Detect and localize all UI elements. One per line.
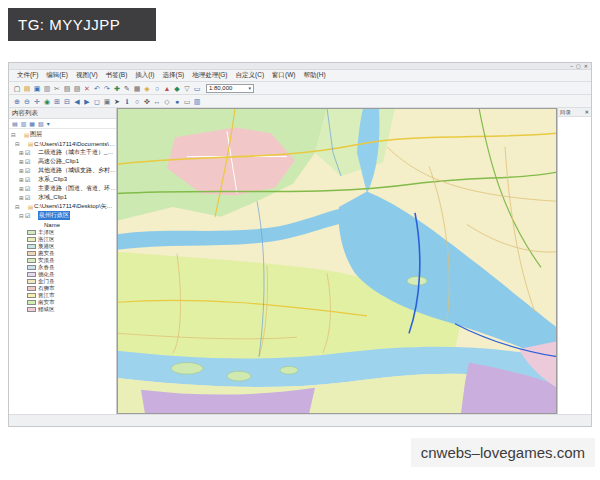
toolbar-icon[interactable]: ▭ (192, 83, 202, 94)
toolbar-icon[interactable]: ▭ (182, 96, 192, 107)
legend-label: 安溪县 (38, 257, 55, 264)
layer-tree-row[interactable]: ⊟ ▤ C:\Users\17114\Documents\ArcGIS\Defa… (9, 139, 116, 148)
toolbar-icon[interactable]: ℹ (122, 96, 132, 107)
toolbar-icon[interactable]: ↔ (152, 96, 162, 107)
legend-label: 金门县 (38, 278, 55, 285)
toolbar-icon[interactable]: ➤ (112, 96, 122, 107)
legend-item[interactable]: 惠安县 (27, 250, 116, 257)
toolbar-icon[interactable]: ○ (152, 83, 162, 94)
toolbar-icon[interactable]: ◀ (72, 96, 82, 107)
toolbar-icon[interactable]: ✂ (52, 83, 62, 94)
toolbar-icon[interactable]: ▣ (32, 83, 42, 94)
toc-toolbar-icon[interactable]: ▾ (47, 120, 50, 127)
menu-item[interactable]: 窗口(W) (268, 71, 299, 80)
legend-item[interactable]: 鲤城区 (27, 306, 116, 313)
map-view[interactable] (117, 108, 557, 414)
toolbar-icon[interactable]: ⊞ (52, 96, 62, 107)
layer-checkbox[interactable]: ☑ (25, 149, 32, 156)
menu-item[interactable]: 自定义(C) (232, 71, 269, 80)
legend-item[interactable]: 金门县 (27, 278, 116, 285)
layer-tree-row[interactable]: ⊞ ☑ 其他道路（城镇支路、乡村道路等）_Clip1 (9, 166, 116, 175)
toolbar-icon[interactable]: ◇ (162, 96, 172, 107)
standard-toolbar: ▢ ▤ ▣ ▥ ✂ ▧ ▨ ✕ ↶ ↷ (9, 82, 591, 95)
toolbar-icon[interactable]: ↶ (92, 83, 102, 94)
menu-item[interactable]: 书签(B) (102, 71, 132, 80)
toolbar-icon[interactable]: ▨ (72, 83, 82, 94)
toolbar-icon[interactable]: ⊕ (12, 96, 22, 107)
layer-checkbox[interactable]: ☑ (25, 158, 32, 165)
toolbar-icon[interactable]: ● (172, 96, 182, 107)
toolbar-icon[interactable]: ↷ (102, 83, 112, 94)
layer-checkbox[interactable]: ☑ (25, 194, 32, 201)
legend-item[interactable]: 安溪县 (27, 257, 116, 264)
table-of-contents-panel: 内容列表 ▤ ▥ ▦ ▧ ▾ (9, 108, 117, 414)
legend-item[interactable]: 晋江市 (27, 292, 116, 299)
toolbar-icon[interactable]: ○ (132, 96, 142, 107)
map-canvas[interactable] (117, 108, 557, 414)
layer-checkbox[interactable]: ☑ (25, 167, 32, 174)
layer-tree-row[interactable]: ⊞ ☑ 水域_Clip1 (9, 193, 116, 202)
toolbar-icon[interactable]: ◈ (142, 83, 152, 94)
menu-item[interactable]: 视图(V) (72, 71, 102, 80)
toolbar-icon[interactable]: ⊖ (22, 96, 32, 107)
toolbar-icon[interactable]: ◆ (172, 83, 182, 94)
toolbar-icon[interactable]: ◉ (42, 96, 52, 107)
toolbar-icon[interactable]: ✛ (32, 96, 42, 107)
layer-checkbox[interactable]: ☑ (25, 212, 32, 219)
menu-item[interactable]: 帮助(H) (300, 71, 330, 80)
toolbar-icon[interactable]: ▽ (182, 83, 192, 94)
layer-tree-row[interactable]: ⊞ ☑ 高速公路_Clip1 (9, 157, 116, 166)
layer-tree-row[interactable]: ⊞ ☑ 二级道路（城市主干道）_Clip (9, 148, 116, 157)
toolbar-icon[interactable]: ▦ (132, 83, 142, 94)
expander-icon[interactable]: ⊟ (15, 141, 21, 147)
legend-item[interactable]: 洛江区 (27, 236, 116, 243)
layer-tree-row[interactable]: Name (9, 220, 116, 229)
layer-checkbox[interactable]: ☑ (25, 185, 32, 192)
close-icon[interactable]: ✕ (584, 109, 589, 115)
legend-item[interactable]: 泉港区 (27, 243, 116, 250)
toolbar-icon[interactable]: ▲ (162, 83, 172, 94)
menu-item[interactable]: 编辑(E) (42, 71, 72, 80)
catalog-panel-body[interactable] (558, 117, 591, 414)
toolbar-icon[interactable]: ✚ (112, 83, 122, 94)
toc-toolbar-icon[interactable]: ▧ (38, 120, 44, 127)
toolbar-icon[interactable]: ◻ (92, 96, 102, 107)
menu-item[interactable]: 选择(S) (158, 71, 188, 80)
legend-item[interactable]: 丰泽区 (27, 229, 116, 236)
toolbar-icon[interactable]: ✎ (122, 83, 132, 94)
menu-item[interactable]: 插入(I) (131, 71, 158, 80)
toolbar-icon[interactable]: ▤ (22, 83, 32, 94)
window-control-icon[interactable]: – (570, 64, 573, 69)
legend-item[interactable]: 石狮市 (27, 285, 116, 292)
toolbar-icon[interactable]: ▥ (192, 96, 202, 107)
window-control-icon[interactable]: ✕ (584, 64, 588, 69)
toolbar-icon[interactable]: ▣ (102, 96, 112, 107)
toolbar-icon[interactable]: ▶ (82, 96, 92, 107)
toolbar-icon[interactable]: ✜ (142, 96, 152, 107)
menu-item[interactable]: 文件(F) (13, 71, 42, 80)
chevron-down-icon[interactable]: ▾ (248, 85, 251, 91)
expander-icon[interactable]: ⊟ (15, 204, 21, 210)
window-control-icon[interactable]: ▢ (576, 64, 581, 69)
layer-tree-row[interactable]: ⊟ ☑ 泉州行政区 (9, 211, 116, 220)
tools-toolbar-icons: ⊕ ⊖ ✛ ◉ ⊞ ⊟ ◀ ▶ ◻ ▣ (12, 96, 202, 107)
toolbar-icon[interactable]: ⊟ (62, 96, 72, 107)
layer-tree-row[interactable]: ⊞ ☑ 主要道路（国道、省道、环路等）_Clip1 (9, 184, 116, 193)
expander-icon[interactable]: ⊟ (11, 132, 17, 138)
toolbar-icon[interactable]: ▧ (62, 83, 72, 94)
layer-tree-row[interactable]: ⊞ ☑ 水系_Clip3 (9, 175, 116, 184)
toolbar-icon[interactable]: ✕ (82, 83, 92, 94)
toolbar-icon[interactable]: ▢ (12, 83, 22, 94)
toolbar-icon[interactable]: ▥ (42, 83, 52, 94)
map-scale-combo[interactable]: 1:80,000 ▾ (206, 84, 254, 93)
legend-item[interactable]: 永春县 (27, 264, 116, 271)
legend-item[interactable]: 南安市 (27, 299, 116, 306)
layer-checkbox[interactable]: ☑ (25, 176, 32, 183)
legend-item[interactable]: 德化县 (27, 271, 116, 278)
menu-item[interactable]: 地理处理(G) (188, 71, 231, 80)
layer-tree-row[interactable]: ⊟ ▤ 图层 (9, 130, 116, 139)
layer-tree-row[interactable]: ⊟ ▤ C:\Users\17114\Desktop\矢量地图 (9, 202, 116, 211)
toc-toolbar-icon[interactable]: ▥ (21, 120, 27, 127)
toc-toolbar-icon[interactable]: ▤ (12, 120, 18, 127)
toc-toolbar-icon[interactable]: ▦ (29, 120, 35, 127)
